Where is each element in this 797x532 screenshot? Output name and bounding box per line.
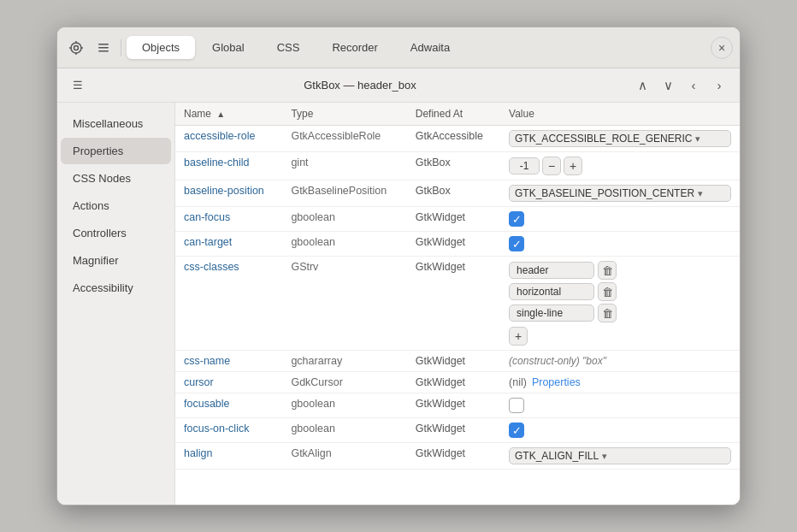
css-class-entry: single-line🗑 [509,304,731,322]
tab-global[interactable]: Global [197,36,260,59]
nil-props-group: (nil)Properties [509,376,731,388]
add-class-button[interactable]: + [509,327,528,346]
sidebar-item-actions[interactable]: Actions [61,192,171,219]
sidebar-item-miscellaneous[interactable]: Miscellaneous [61,110,171,137]
sort-arrow-name: ▲ [216,109,225,119]
sidebar-item-magnifier[interactable]: Magnifier [61,247,171,274]
breadcrumb: GtkBox — header_box [95,79,625,92]
sidebar-item-accessibility[interactable]: Accessibility [61,275,171,301]
nav-arrows: ∧ ∨ ‹ › [630,74,731,98]
table-row: cursorGdkCursorGtkWidget(nil)Properties [175,372,740,393]
nav-down-button[interactable]: ∨ [656,74,680,98]
prop-name: halign [175,443,282,470]
css-class-label: header [509,262,594,279]
dropdown-button[interactable]: GTK_ACCESSIBLE_ROLE_GENERIC▾ [509,130,731,147]
prop-name: focus-on-click [175,418,282,443]
prop-value: GTK_ACCESSIBLE_ROLE_GENERIC▾ [500,126,740,152]
prop-defined-at: GtkWidget [407,232,500,257]
table-row: halignGtkAlignGtkWidgetGTK_ALIGN_FILL▾ [175,443,740,470]
css-class-entry: horizontal🗑 [509,282,731,301]
dropdown-arrow: ▾ [695,133,700,145]
prop-defined-at: GtkWidget [407,207,500,232]
prop-defined-at: GtkWidget [407,393,500,418]
checkbox[interactable]: ✓ [509,423,524,438]
delete-class-button[interactable]: 🗑 [598,304,617,322]
svg-point-0 [71,43,81,53]
dropdown-button[interactable]: GTK_BASELINE_POSITION_CENTER▾ [509,185,731,202]
css-class-label: horizontal [509,283,594,300]
construct-only-label: (construct-only) "box" [509,355,606,367]
table-header-row: Name ▲ Type Defined At Value [175,103,740,126]
sidebar: MiscellaneousPropertiesCSS NodesActionsC… [57,103,175,505]
table-row: focusablegbooleanGtkWidget [175,393,740,418]
sidebar-item-css-nodes[interactable]: CSS Nodes [61,165,171,192]
prop-defined-at: GtkBox [407,180,500,207]
table-row: baseline-positionGtkBaselinePositionGtkB… [175,180,740,207]
delete-class-button[interactable]: 🗑 [598,261,617,280]
checkbox[interactable]: ✓ [509,211,524,227]
stepper-group: -1−+ [509,157,731,175]
prop-defined-at: GtkWidget [407,372,500,393]
prop-defined-at: GtkWidget [407,418,500,443]
close-button[interactable]: × [711,37,733,59]
menu-button[interactable]: ☰ [66,74,90,98]
hamburger-icon: ☰ [73,79,83,92]
property-table: Name ▲ Type Defined At Value accessible-… [175,103,740,470]
nav-up-button[interactable]: ∧ [630,74,654,98]
prop-value: ✓ [500,418,740,443]
svg-rect-8 [98,50,109,52]
dropdown-button[interactable]: GTK_ALIGN_FILL▾ [509,447,731,464]
sidebar-item-controllers[interactable]: Controllers [61,220,171,246]
prop-defined-at: GtkAccessible [407,126,500,152]
prop-name: css-name [175,351,282,372]
tab-bar: ObjectsGlobalCSSRecorderAdwaita [127,36,707,59]
delete-class-button[interactable]: 🗑 [598,282,617,301]
properties-panel: Name ▲ Type Defined At Value accessible-… [175,103,740,505]
table-row: css-classesGStrvGtkWidgetheader🗑horizont… [175,257,740,351]
dropdown-arrow: ▾ [602,451,607,462]
prop-name: focusable [175,393,282,418]
increment-button[interactable]: + [564,157,582,175]
tab-css[interactable]: CSS [262,36,316,59]
prop-name: accessible-role [175,126,282,152]
tab-adwaita[interactable]: Adwaita [395,36,465,59]
nil-label: (nil) [509,376,527,388]
prop-name: baseline-position [175,180,282,207]
css-class-label: single-line [509,304,594,322]
prop-type: gint [282,152,406,180]
prop-type: GtkAlign [282,443,406,470]
tab-objects[interactable]: Objects [127,36,195,59]
checkbox[interactable] [509,398,524,413]
column-header-name[interactable]: Name ▲ [175,103,282,126]
css-class-entry: header🗑 [509,261,731,280]
breadcrumb-bar: ☰ GtkBox — header_box ∧ ∨ ‹ › [57,68,740,103]
prop-type: gboolean [282,232,406,257]
checkbox[interactable]: ✓ [509,236,524,251]
prop-value: ✓ [500,207,740,232]
prop-defined-at: GtkWidget [407,443,500,470]
prop-name: css-classes [175,257,282,351]
table-row: can-targetgbooleanGtkWidget✓ [175,232,740,257]
prop-type: gboolean [282,207,406,232]
column-header-value: Value [500,103,740,126]
prop-name: cursor [175,372,282,393]
table-row: can-focusgbooleanGtkWidget✓ [175,207,740,232]
prop-value [500,393,740,418]
sidebar-item-properties[interactable]: Properties [61,138,171,164]
prop-type: GdkCursor [282,372,406,393]
tab-recorder[interactable]: Recorder [316,36,393,59]
prop-defined-at: GtkBox [407,152,500,180]
prop-type: gchararray [282,351,406,372]
properties-link[interactable]: Properties [532,376,581,388]
nav-forward-button[interactable]: › [707,74,731,98]
decrement-button[interactable]: − [542,157,561,175]
prop-type: gboolean [282,393,406,418]
target-icon[interactable] [64,36,88,60]
prop-defined-at: GtkWidget [407,257,500,351]
prop-name: can-target [175,232,282,257]
list-icon[interactable] [92,36,115,60]
svg-rect-6 [98,44,109,45]
separator [121,39,121,56]
prop-value: (construct-only) "box" [500,351,740,372]
nav-back-button[interactable]: ‹ [682,74,705,98]
